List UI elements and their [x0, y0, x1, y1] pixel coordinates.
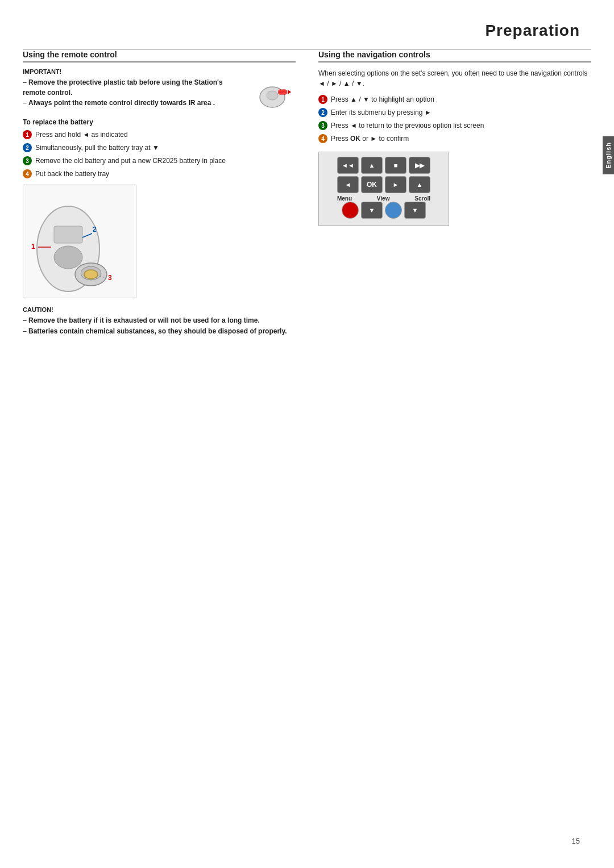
caution-line-1: – Remove the battery if it is exhausted …	[23, 316, 260, 324]
english-language-tab: English	[603, 136, 614, 174]
battery-step-2: 2 Simultaneously, pull the battery tray …	[23, 143, 296, 153]
nav-steps-list: 1 Press ▲ / ▼ to highlight an option 2 E…	[318, 94, 591, 144]
right-column: Using the navigation controls When selec…	[307, 50, 591, 337]
menu-label: Menu	[337, 195, 352, 202]
svg-point-7	[54, 246, 82, 269]
battery-steps-list: 1 Press and hold ◄ as indicated 2 Simult…	[23, 130, 296, 179]
nav-step-2-text: Enter its submenu by pressing ►	[331, 107, 432, 118]
svg-point-1	[267, 91, 278, 100]
important-block: – Remove the protective plastic tab befo…	[23, 77, 296, 111]
battery-step-1-text: Press and hold ◄ as indicated	[35, 130, 128, 140]
svg-point-14	[84, 270, 98, 279]
nav-btn-rewind: ◄◄	[337, 157, 359, 174]
nav-step-1-text: Press ▲ / ▼ to highlight an option	[331, 94, 434, 105]
battery-step-3: 3 Remove the old battery and put a new C…	[23, 156, 296, 166]
nav-step-num-2: 2	[318, 108, 327, 117]
battery-step-1: 1 Press and hold ◄ as indicated	[23, 130, 296, 140]
nav-step-num-3: 3	[318, 121, 327, 130]
step-num-4: 4	[23, 169, 32, 178]
nav-btn-up: ▲	[361, 157, 383, 174]
nav-step-num-1: 1	[318, 95, 327, 104]
nav-step-2: 2 Enter its submenu by pressing ►	[318, 107, 591, 118]
view-label: View	[377, 195, 390, 202]
battery-heading: To replace the battery	[23, 118, 296, 126]
battery-step-2-text: Simultaneously, pull the battery tray at…	[35, 143, 159, 153]
nav-controls-heading: Using the navigation controls	[318, 50, 591, 62]
step-num-3: 3	[23, 156, 32, 165]
nav-btn-blue	[385, 202, 402, 219]
left-column: Using the remote control IMPORTANT! – Re…	[23, 50, 307, 337]
nav-btn-stop: ■	[385, 157, 406, 174]
nav-step-num-4: 4	[318, 134, 327, 143]
nav-row-2: ◄ OK ► ▲	[323, 176, 444, 193]
important-text: – Remove the protective plastic tab befo…	[23, 77, 244, 111]
important-label: IMPORTANT!	[23, 68, 296, 75]
nav-btn-down: ▼	[361, 202, 383, 219]
remote-control-image	[250, 77, 296, 111]
nav-step-3: 3 Press ◄ to return to the previous opti…	[318, 120, 591, 131]
nav-label-row: Menu View Scroll	[323, 195, 444, 202]
nav-step-1: 1 Press ▲ / ▼ to highlight an option	[318, 94, 591, 105]
svg-text:3: 3	[108, 274, 112, 282]
nav-step-4: 4 Press OK or ► to confirm	[318, 133, 591, 144]
svg-marker-4	[288, 90, 291, 94]
page-number: 15	[572, 837, 580, 845]
nav-step-4-text: Press OK or ► to confirm	[331, 133, 409, 144]
nav-btn-scroll-up: ▲	[409, 176, 430, 193]
important-line-2: – Always point the remote control direct…	[23, 99, 215, 107]
battery-step-3-text: Remove the old battery and put a new CR2…	[35, 156, 226, 166]
page-title: Preparation	[0, 22, 580, 40]
remote-control-heading: Using the remote control	[23, 50, 296, 62]
step-num-1: 1	[23, 130, 32, 139]
battery-step-4-text: Put back the battery tray	[35, 169, 109, 179]
battery-step-4: 4 Put back the battery tray	[23, 169, 296, 179]
important-line-1: – Remove the protective plastic tab befo…	[23, 78, 223, 97]
nav-btn-red	[342, 202, 359, 219]
nav-btn-fast-forward: ▶▶	[409, 157, 430, 174]
svg-text:1: 1	[31, 243, 35, 251]
caution-text: – Remove the battery if it is exhausted …	[23, 315, 296, 337]
nav-btn-left: ◄	[337, 176, 359, 193]
nav-btn-ok: OK	[361, 176, 383, 193]
step-num-2: 2	[23, 143, 32, 152]
nav-intro-text: When selecting options on the set's scre…	[318, 68, 591, 89]
nav-row-1: ◄◄ ▲ ■ ▶▶	[323, 157, 444, 174]
svg-text:2: 2	[93, 226, 97, 233]
caution-label: CAUTION!	[23, 306, 296, 313]
caution-line-2: – Batteries contain chemical substances,…	[23, 327, 287, 335]
nav-btn-right: ►	[385, 176, 406, 193]
battery-illustration: 1 2 3	[23, 185, 136, 298]
nav-btn-scroll-down: ▼	[404, 202, 426, 219]
nav-row-4: ▼ ▼	[323, 202, 444, 219]
scroll-label: Scroll	[414, 195, 430, 202]
nav-step-3-text: Press ◄ to return to the previous option…	[331, 120, 484, 131]
nav-controls-diagram: ◄◄ ▲ ■ ▶▶ ◄ OK ► ▲ Menu View Scroll ▼	[318, 152, 449, 226]
svg-rect-6	[54, 226, 82, 243]
